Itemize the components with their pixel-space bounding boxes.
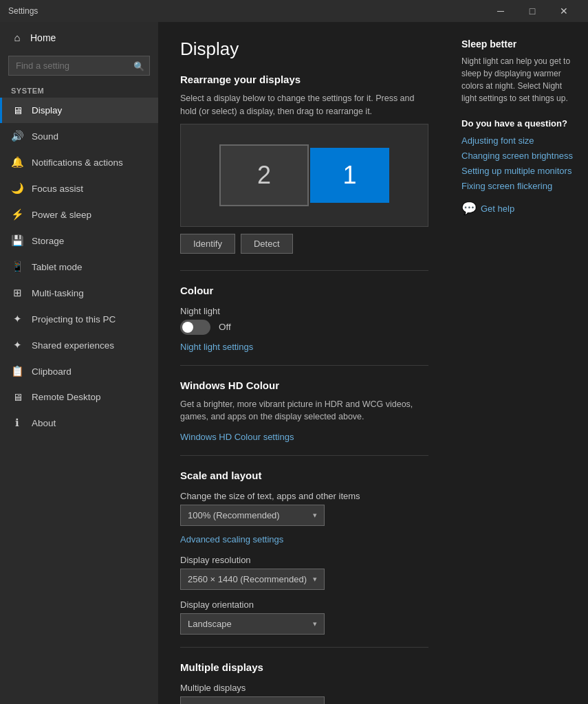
tablet-icon: 📱 bbox=[11, 261, 23, 273]
sidebar-item-label: Clipboard bbox=[32, 366, 72, 377]
detect-button[interactable]: Detect bbox=[241, 234, 293, 254]
resolution-dropdown[interactable]: 2560 × 1440 (Recommended) ▾ bbox=[180, 569, 325, 590]
colour-heading: Colour bbox=[180, 285, 428, 296]
sidebar-item-label: Display bbox=[32, 105, 62, 116]
search-box: 🔍 bbox=[8, 56, 150, 76]
scale-dropdown[interactable]: 100% (Recommended) ▾ bbox=[180, 505, 325, 526]
monitor-area[interactable]: 2 1 bbox=[180, 124, 428, 227]
chevron-down-icon: ▾ bbox=[313, 619, 317, 628]
chevron-down-icon: ▾ bbox=[313, 511, 317, 520]
remote-icon: 🖥 bbox=[11, 391, 23, 403]
question-heading: Do you have a question? bbox=[461, 118, 577, 129]
display-icon: 🖥 bbox=[11, 104, 23, 116]
about-icon: ℹ bbox=[11, 417, 23, 429]
night-light-toggle-row: Off bbox=[180, 320, 428, 335]
multiple-displays-heading: Multiple displays bbox=[180, 661, 428, 673]
maximize-button[interactable]: □ bbox=[516, 0, 548, 22]
right-link-multiple-monitors[interactable]: Setting up multiple monitors bbox=[461, 166, 577, 176]
shared-icon: ✦ bbox=[11, 339, 23, 351]
hd-colour-desc: Get a brighter, more vibrant picture in … bbox=[180, 398, 428, 424]
sidebar-item-label: Tablet mode bbox=[32, 262, 83, 272]
sidebar-item-shared[interactable]: ✦ Shared experiences bbox=[0, 332, 158, 358]
sidebar-item-label: Remote Desktop bbox=[32, 392, 101, 402]
multiple-displays-dropdown[interactable]: Extend these displays ▾ bbox=[180, 696, 325, 704]
right-link-flickering[interactable]: Fixing screen flickering bbox=[461, 181, 577, 191]
right-panel: Sleep better Night light can help you ge… bbox=[450, 22, 588, 704]
projecting-icon: ✦ bbox=[11, 313, 23, 325]
sidebar-item-home[interactable]: ⌂ Home bbox=[0, 22, 158, 53]
sidebar-item-power[interactable]: ⚡ Power & sleep bbox=[0, 201, 158, 228]
page-title: Display bbox=[180, 38, 428, 60]
sidebar-item-focus[interactable]: 🌙 Focus assist bbox=[0, 175, 158, 201]
sidebar-item-label: Storage bbox=[32, 236, 64, 246]
titlebar-title: Settings bbox=[8, 6, 485, 16]
sidebar-item-label: Multi-tasking bbox=[32, 288, 84, 298]
monitor1-number: 1 bbox=[342, 161, 356, 190]
night-light-toggle[interactable] bbox=[180, 320, 210, 335]
monitor-display-2[interactable]: 2 bbox=[219, 144, 309, 206]
identify-button[interactable]: Identify bbox=[180, 234, 235, 254]
hd-colour-settings-link[interactable]: Windows HD Colour settings bbox=[180, 432, 294, 442]
sleep-desc: Night light can help you get to sleep by… bbox=[461, 55, 577, 104]
sidebar-item-remote[interactable]: 🖥 Remote Desktop bbox=[0, 384, 158, 410]
chevron-down-icon: ▾ bbox=[313, 575, 317, 584]
sidebar-item-storage[interactable]: 💾 Storage bbox=[0, 228, 158, 254]
sidebar-item-label: Projecting to this PC bbox=[32, 314, 116, 324]
orientation-label: Display orientation bbox=[180, 600, 428, 610]
monitor2-number: 2 bbox=[257, 161, 271, 190]
sidebar-item-label: Shared experiences bbox=[32, 340, 114, 351]
scale-value: 100% (Recommended) bbox=[188, 510, 280, 520]
sidebar-item-label: Focus assist bbox=[32, 184, 83, 194]
right-link-brightness[interactable]: Changing screen brightness bbox=[461, 151, 577, 161]
sidebar-item-clipboard[interactable]: 📋 Clipboard bbox=[0, 358, 158, 384]
sidebar-item-notifications[interactable]: 🔔 Notifications & actions bbox=[0, 149, 158, 175]
monitor-buttons: Identify Detect bbox=[180, 234, 428, 254]
multiple-displays-label: Multiple displays bbox=[180, 683, 428, 693]
notifications-icon: 🔔 bbox=[11, 156, 23, 168]
sidebar-item-display[interactable]: 🖥 Display bbox=[0, 98, 158, 123]
rearrange-heading: Rearrange your displays bbox=[180, 74, 428, 85]
titlebar-controls: ─ □ ✕ bbox=[485, 0, 580, 22]
sidebar-section-label: System bbox=[0, 82, 158, 98]
scale-label: Change the size of text, apps and other … bbox=[180, 491, 428, 501]
sidebar: ⌂ Home 🔍 System 🖥 Display 🔊 Sound 🔔 Noti… bbox=[0, 22, 158, 704]
sidebar-item-label: About bbox=[32, 418, 56, 428]
sidebar-item-tablet[interactable]: 📱 Tablet mode bbox=[0, 254, 158, 280]
divider-1 bbox=[180, 270, 428, 271]
scale-heading: Scale and layout bbox=[180, 470, 428, 481]
sidebar-item-multitasking[interactable]: ⊞ Multi-tasking bbox=[0, 280, 158, 306]
minimize-button[interactable]: ─ bbox=[485, 0, 516, 22]
titlebar: Settings ─ □ ✕ bbox=[0, 0, 588, 22]
get-help-row: 💬 Get help bbox=[461, 201, 577, 216]
close-button[interactable]: ✕ bbox=[548, 0, 580, 22]
help-icon: 💬 bbox=[461, 201, 477, 216]
sidebar-item-sound[interactable]: 🔊 Sound bbox=[0, 123, 158, 149]
toggle-thumb bbox=[182, 322, 193, 333]
app-body: ⌂ Home 🔍 System 🖥 Display 🔊 Sound 🔔 Noti… bbox=[0, 22, 588, 704]
get-help-link[interactable]: Get help bbox=[481, 204, 514, 214]
sound-icon: 🔊 bbox=[11, 130, 23, 142]
advanced-scaling-link[interactable]: Advanced scaling settings bbox=[180, 534, 283, 544]
search-input[interactable] bbox=[8, 56, 150, 76]
rearrange-desc: Select a display below to change the set… bbox=[180, 92, 428, 118]
orientation-dropdown[interactable]: Landscape ▾ bbox=[180, 613, 325, 635]
sidebar-item-label: Sound bbox=[32, 131, 58, 142]
right-link-font-size[interactable]: Adjusting font size bbox=[461, 135, 577, 146]
sidebar-item-label: Notifications & actions bbox=[32, 157, 123, 168]
main-with-panel: Display Rearrange your displays Select a… bbox=[158, 22, 588, 704]
multitasking-icon: ⊞ bbox=[11, 287, 23, 299]
divider-2 bbox=[180, 365, 428, 366]
sidebar-home-label: Home bbox=[30, 32, 56, 43]
sidebar-item-about[interactable]: ℹ About bbox=[0, 410, 158, 436]
sidebar-item-projecting[interactable]: ✦ Projecting to this PC bbox=[0, 306, 158, 332]
monitor-display-1[interactable]: 1 bbox=[310, 148, 389, 203]
home-icon: ⌂ bbox=[11, 32, 23, 43]
sleep-heading: Sleep better bbox=[461, 38, 577, 50]
sidebar-item-label: Power & sleep bbox=[32, 210, 91, 220]
resolution-label: Display resolution bbox=[180, 555, 428, 565]
search-icon: 🔍 bbox=[133, 60, 144, 71]
content-area: Display Rearrange your displays Select a… bbox=[158, 22, 450, 704]
orientation-value: Landscape bbox=[188, 619, 232, 629]
hd-colour-heading: Windows HD Colour bbox=[180, 380, 428, 391]
night-light-settings-link[interactable]: Night light settings bbox=[180, 342, 253, 352]
